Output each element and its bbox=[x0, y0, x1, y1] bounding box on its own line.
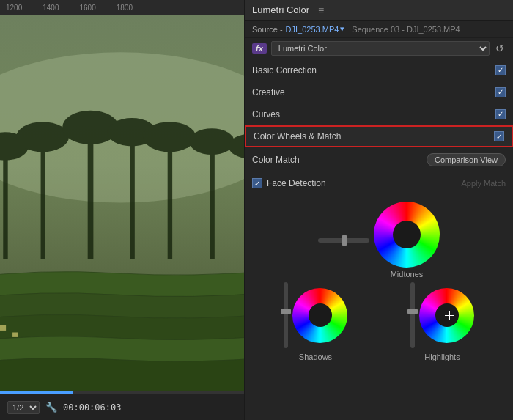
highlights-slider-row bbox=[410, 282, 474, 348]
section-item-creative[interactable]: Creative ✓ bbox=[245, 81, 513, 103]
settings-icon[interactable]: 🔧 bbox=[45, 402, 57, 413]
panel-header: Lumetri Color ≡ bbox=[245, 0, 513, 21]
timeline-ruler: 1200 1400 1600 1800 bbox=[0, 0, 244, 15]
panel-title: Lumetri Color bbox=[252, 4, 309, 15]
source-file-dropdown[interactable]: DJI_0253.MP4 ▾ bbox=[286, 24, 345, 34]
svg-rect-13 bbox=[210, 141, 214, 259]
section-label-basic-correction: Basic Correction bbox=[252, 65, 317, 75]
comparison-view-button[interactable]: Comparison View bbox=[427, 153, 506, 166]
section-item-basic-correction[interactable]: Basic Correction ✓ bbox=[245, 59, 513, 81]
midtone-wheel[interactable] bbox=[374, 202, 440, 268]
checkbox-creative[interactable]: ✓ bbox=[495, 87, 506, 97]
svg-point-14 bbox=[189, 128, 235, 155]
shadows-wheel-wrapper bbox=[292, 288, 347, 343]
svg-rect-5 bbox=[41, 137, 45, 259]
shadows-vertical-slider[interactable] bbox=[284, 282, 288, 348]
highlights-crosshair bbox=[445, 311, 454, 320]
video-frame bbox=[0, 15, 244, 391]
svg-rect-3 bbox=[3, 147, 7, 259]
source-label: Source - bbox=[252, 25, 283, 34]
scrubber-progress bbox=[0, 391, 73, 394]
lumetri-color-panel: Lumetri Color ≡ Source - DJI_0253.MP4 ▾ … bbox=[244, 0, 513, 420]
svg-rect-7 bbox=[88, 128, 94, 259]
scrubber-bar[interactable] bbox=[0, 391, 244, 394]
highlights-vertical-slider[interactable] bbox=[410, 282, 415, 348]
shadows-slider-thumb bbox=[281, 309, 291, 314]
checkbox-curves[interactable]: ✓ bbox=[495, 109, 506, 119]
video-image bbox=[0, 15, 244, 391]
checkbox-color-wheels[interactable]: ✓ bbox=[494, 131, 504, 141]
section-label-creative: Creative bbox=[252, 87, 285, 97]
apply-match-button: Apply Match bbox=[461, 179, 506, 188]
midtone-horizontal-slider[interactable] bbox=[318, 238, 369, 243]
fx-row: fx Lumetri Color ↺ bbox=[245, 38, 513, 59]
shadows-section: Shadows bbox=[284, 282, 347, 361]
highlights-section: Highlights bbox=[410, 282, 474, 361]
ruler-mark-1400: 1400 bbox=[43, 4, 59, 12]
svg-rect-11 bbox=[168, 137, 172, 259]
source-row: Source - DJI_0253.MP4 ▾ Sequence 03 - DJ… bbox=[245, 21, 513, 38]
color-wheels-section: Color Match Comparison View ✓ Face Detec… bbox=[245, 147, 513, 420]
svg-point-6 bbox=[16, 122, 69, 152]
highlights-slider-thumb bbox=[407, 309, 418, 314]
highlights-wheel-wrapper bbox=[419, 288, 474, 343]
section-list: Basic Correction ✓ Creative ✓ Curves ✓ C… bbox=[245, 59, 513, 147]
shadows-label: Shadows bbox=[299, 353, 332, 361]
midtone-section: Midtones bbox=[318, 198, 440, 279]
section-item-curves[interactable]: Curves ✓ bbox=[245, 103, 513, 125]
svg-rect-17 bbox=[0, 325, 6, 331]
sequence-info: Sequence 03 - DJI_0253.MP4 bbox=[352, 25, 460, 34]
section-item-color-wheels[interactable]: Color Wheels & Match ✓ bbox=[245, 125, 513, 147]
shadows-wheel[interactable] bbox=[292, 288, 347, 343]
midtone-slider-thumb bbox=[342, 235, 347, 246]
svg-rect-9 bbox=[130, 132, 134, 259]
source-filename: DJI_0253.MP4 bbox=[286, 25, 339, 34]
source-dropdown-arrow: ▾ bbox=[340, 24, 344, 34]
svg-rect-18 bbox=[12, 332, 18, 336]
reset-button[interactable]: ↺ bbox=[494, 41, 506, 56]
svg-point-12 bbox=[143, 122, 196, 152]
midtone-label: Midtones bbox=[391, 270, 424, 279]
wheels-container: Midtones bbox=[245, 194, 513, 420]
face-detection-label: Face Detection bbox=[267, 178, 326, 188]
face-detection-row: ✓ Face Detection Apply Match bbox=[245, 172, 513, 194]
ruler-mark-1600: 1600 bbox=[80, 4, 96, 12]
bottom-wheels-row: Shadows bbox=[245, 282, 513, 361]
face-detection-checkbox[interactable]: ✓ bbox=[252, 178, 262, 188]
panel-menu-icon[interactable]: ≡ bbox=[318, 4, 324, 16]
highlights-wheel[interactable] bbox=[419, 288, 474, 343]
ruler-mark-1800: 1800 bbox=[117, 4, 133, 12]
zoom-select[interactable]: 1/2 1/4 Full bbox=[7, 401, 40, 414]
midtone-slider-row: Midtones bbox=[318, 202, 440, 279]
color-match-row: Color Match Comparison View bbox=[245, 147, 513, 172]
section-label-color-wheels: Color Wheels & Match bbox=[254, 131, 341, 141]
fx-effect-select[interactable]: Lumetri Color bbox=[271, 41, 490, 56]
video-preview-panel: 1200 1400 1600 1800 bbox=[0, 0, 244, 420]
checkbox-basic-correction[interactable]: ✓ bbox=[495, 65, 506, 75]
ruler-mark-1200: 1200 bbox=[6, 4, 22, 12]
color-match-label: Color Match bbox=[252, 155, 300, 165]
video-controls: 1/2 1/4 Full 🔧 00:00:06:03 bbox=[0, 394, 244, 420]
shadows-slider-row bbox=[284, 282, 347, 348]
fx-badge: fx bbox=[252, 43, 267, 54]
highlights-label: Highlights bbox=[424, 353, 460, 361]
section-label-curves: Curves bbox=[252, 109, 280, 119]
midtone-wheel-wrapper: Midtones bbox=[374, 202, 440, 279]
timecode-display: 00:00:06:03 bbox=[63, 402, 121, 413]
